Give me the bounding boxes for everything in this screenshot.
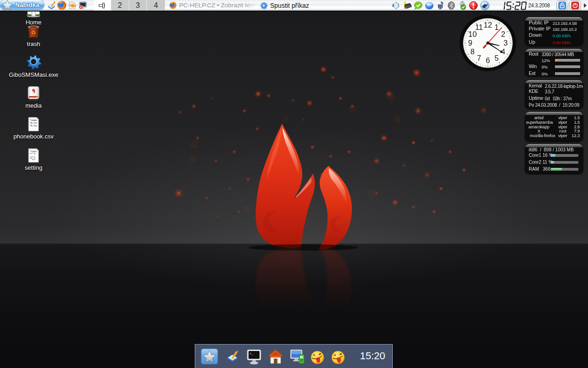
svg-text:8: 8	[470, 47, 475, 56]
svg-text:11: 11	[475, 23, 483, 31]
svg-text:6: 6	[486, 56, 490, 64]
svg-text:7: 7	[477, 54, 481, 62]
svg-text:♻: ♻	[31, 29, 36, 36]
svg-text:3: 3	[503, 39, 508, 47]
svg-text:2: 2	[501, 30, 505, 38]
svg-text:5: 5	[495, 54, 499, 62]
svg-text:>_: >_	[249, 352, 254, 356]
svg-text:""'7: ""'7	[29, 153, 35, 156]
svg-text:"A.ko: "A.ko	[29, 125, 37, 127]
svg-text:12: 12	[484, 21, 492, 29]
svg-text:9: 9	[468, 39, 472, 47]
svg-text:1: 1	[495, 23, 499, 31]
